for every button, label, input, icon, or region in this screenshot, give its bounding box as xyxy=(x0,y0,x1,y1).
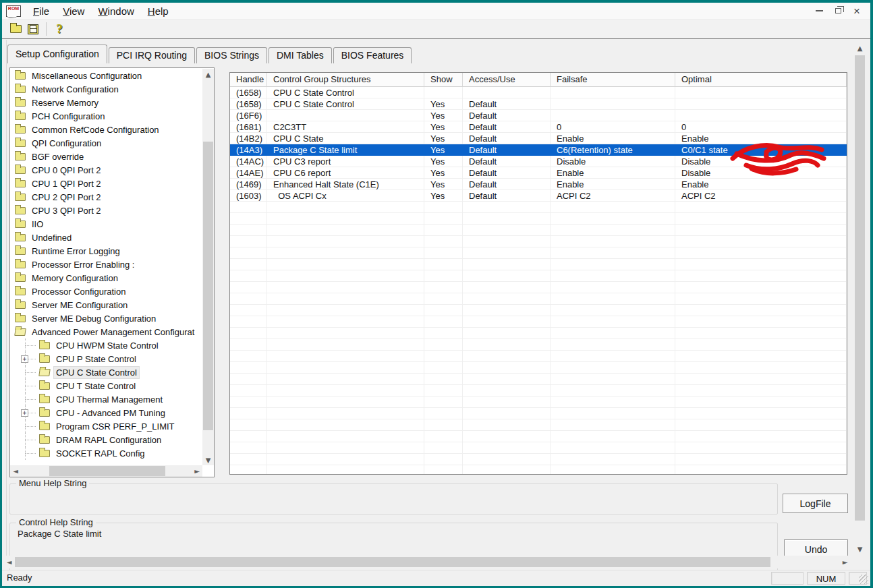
tree-item-cpu-2-qpi-port-2[interactable]: CPU 2 QPI Port 2 xyxy=(10,190,202,204)
tree-item-network-configuration[interactable]: Network Configuration xyxy=(10,82,202,96)
tree-item-cpu-hwpm-state-control[interactable]: CPU HWPM State Control xyxy=(10,339,202,352)
tree-item-server-me-configuration[interactable]: Server ME Configuration xyxy=(10,298,202,312)
main-vertical-scrollbar[interactable]: ▲ ▼ xyxy=(853,41,866,555)
table-row-1658[interactable]: (1658)CPU C State ControlYesDefault xyxy=(230,98,847,110)
tree-scroll-right-icon[interactable]: ► xyxy=(192,465,202,476)
tree-item-label: Server ME Configuration xyxy=(30,299,130,311)
tree-scroll-left-icon[interactable]: ◄ xyxy=(10,465,21,476)
column-header-failsafe[interactable]: Failsafe xyxy=(551,73,675,87)
table-row-1658[interactable]: (1658)CPU C State Control xyxy=(230,87,847,98)
save-file-button[interactable] xyxy=(24,22,42,36)
column-header-access-use[interactable]: Access/Use xyxy=(463,73,551,87)
cell-empty xyxy=(551,339,675,351)
tree-item-label: CPU 2 QPI Port 2 xyxy=(30,192,103,203)
menu-help[interactable]: Help xyxy=(141,4,175,18)
tree-item-label: Runtime Error Logging xyxy=(30,245,122,257)
table-filler-row xyxy=(230,316,847,328)
cell-empty xyxy=(675,259,847,270)
column-header-show[interactable]: Show xyxy=(424,73,463,87)
tree-item-iio[interactable]: IIO xyxy=(10,217,202,231)
tab-bios-features[interactable]: BIOS Features xyxy=(333,47,412,63)
close-button[interactable]: × xyxy=(847,3,866,18)
expand-plus-icon[interactable]: + xyxy=(21,355,28,363)
tree-vscroll-thumb[interactable] xyxy=(203,142,213,430)
tree-item-miscellaneous-configuration[interactable]: Miscellaneous Configuration xyxy=(10,69,202,82)
tree-item-common-refcode-configuration[interactable]: Common RefCode Configuration xyxy=(10,123,202,136)
cell-empty xyxy=(267,247,424,259)
tree-scroll-down-icon[interactable]: ▼ xyxy=(202,454,214,465)
tab-pci-irq-routing[interactable]: PCI IRQ Routing xyxy=(109,47,195,63)
tree-item-pch-configuration[interactable]: PCH Configuration xyxy=(10,109,202,123)
tree-item-reserve-memory[interactable]: Reserve Memory xyxy=(10,96,202,109)
tree-item-cpu-1-qpi-port-2[interactable]: CPU 1 QPI Port 2 xyxy=(10,177,202,190)
column-header-handle[interactable]: Handle xyxy=(230,73,267,87)
tab-dmi-tables[interactable]: DMI Tables xyxy=(269,47,332,63)
table-row-14b2[interactable]: (14B2)CPU C StateYesDefaultEnableEnable xyxy=(230,133,847,144)
main-hscroll-thumb[interactable] xyxy=(15,557,770,567)
cell-empty xyxy=(267,431,424,442)
tree-horizontal-scrollbar[interactable]: ◄ ► xyxy=(10,465,202,477)
tree-item-cpu-3-qpi-port-2[interactable]: CPU 3 QPI Port 2 xyxy=(10,204,202,217)
tree-item-qpi-configuration[interactable]: QPI Configuration xyxy=(10,136,202,150)
cell-empty xyxy=(267,202,424,213)
table-row-1469[interactable]: (1469)Enhanced Halt State (C1E)YesDefaul… xyxy=(230,179,847,190)
tree-item-processor-error-enabling[interactable]: Processor Error Enabling : xyxy=(10,258,202,271)
table-row-14a3[interactable]: (14A3)Package C State limitYesDefaultC6(… xyxy=(230,144,847,156)
table-row-16f6[interactable]: (16F6)YesDefault xyxy=(230,110,847,121)
menu-view[interactable]: View xyxy=(56,4,91,18)
tree-item-undefined[interactable]: Undefined xyxy=(10,231,202,244)
column-header-control-group-structures[interactable]: Control Group Structures xyxy=(267,73,424,87)
tree-item-cpu-p-state-control[interactable]: +CPU P State Control xyxy=(10,352,202,365)
tree-item-server-me-debug-configuration[interactable]: Server ME Debug Configuration xyxy=(10,312,202,325)
tree-item-bgf-override[interactable]: BGF override xyxy=(10,150,202,163)
minimize-button[interactable] xyxy=(810,3,828,18)
tab-setup-configuration[interactable]: Setup Configuration xyxy=(7,45,107,63)
tree-item-cpu-t-state-control[interactable]: CPU T State Control xyxy=(10,379,202,392)
table-filler-row xyxy=(230,225,847,236)
main-scroll-up-icon[interactable]: ▲ xyxy=(853,42,866,54)
menu-file[interactable]: File xyxy=(26,4,56,18)
cell-empty xyxy=(551,408,675,419)
tree-item-advanced-power-management-configurat[interactable]: Advanced Power Management Configurat xyxy=(10,325,202,339)
table-row-1681[interactable]: (1681)C2C3TTYesDefault00 xyxy=(230,121,847,133)
table-row-14ae[interactable]: (14AE)CPU C6 reportYesDefaultEnableDisab… xyxy=(230,167,847,179)
tree-item-memory-configuration[interactable]: Memory Configuration xyxy=(10,271,202,285)
main-scroll-left-icon[interactable]: ◄ xyxy=(3,556,15,568)
tree-item-cpu-c-state-control[interactable]: CPU C State Control xyxy=(10,365,202,379)
logfile-button[interactable]: LogFile xyxy=(783,494,848,513)
tree-item-runtime-error-logging[interactable]: Runtime Error Logging xyxy=(10,244,202,258)
table-filler-row xyxy=(230,270,847,282)
restore-button[interactable] xyxy=(828,3,847,18)
table-filler-row xyxy=(230,465,847,475)
menu-window[interactable]: Window xyxy=(91,4,140,18)
cell-empty xyxy=(267,385,424,396)
tree-item-cpu-0-qpi-port-2[interactable]: CPU 0 QPI Port 2 xyxy=(10,163,202,177)
main-horizontal-scrollbar[interactable]: ◄ ► xyxy=(2,556,852,568)
tree-item-processor-configuration[interactable]: Processor Configuration xyxy=(10,285,202,298)
main-scroll-down-icon[interactable]: ▼ xyxy=(853,543,866,555)
table-row-14ac[interactable]: (14AC)CPU C3 reportYesDefaultDisableDisa… xyxy=(230,156,847,167)
tree-item-socket-rapl-config[interactable]: SOCKET RAPL Config xyxy=(10,446,202,460)
tree-item-cpu-advanced-pm-tuning[interactable]: +CPU - Advanced PM Tuning xyxy=(10,406,202,419)
main-scroll-right-icon[interactable]: ► xyxy=(839,556,851,568)
help-button[interactable]: ? xyxy=(51,22,68,36)
cell-empty xyxy=(675,442,847,454)
cell-empty xyxy=(463,202,551,213)
tree-hscroll-thumb[interactable] xyxy=(49,466,165,476)
tree-scroll-up-icon[interactable]: ▲ xyxy=(202,69,214,80)
cell-empty xyxy=(463,408,551,419)
cell-empty xyxy=(551,213,675,225)
tree-vertical-scrollbar[interactable]: ▲ ▼ xyxy=(202,69,214,465)
open-file-button[interactable] xyxy=(7,22,24,36)
tree-item-label: PCH Configuration xyxy=(30,111,107,122)
cell-show: Yes xyxy=(424,98,463,110)
column-header-optimal[interactable]: Optimal xyxy=(675,73,847,87)
tab-bios-strings[interactable]: BIOS Strings xyxy=(196,47,267,63)
tree-item-dram-rapl-configuration[interactable]: DRAM RAPL Configuration xyxy=(10,433,202,446)
tree-item-program-csr-perf-p-limit[interactable]: Program CSR PERF_P_LIMIT xyxy=(10,419,202,433)
tree-item-cpu-thermal-management[interactable]: CPU Thermal Management xyxy=(10,392,202,406)
expand-plus-icon[interactable]: + xyxy=(21,409,28,417)
table-row-1603[interactable]: (1603) OS ACPI CxYesDefaultACPI C2ACPI C… xyxy=(230,190,847,202)
main-vscroll-thumb[interactable] xyxy=(855,55,865,521)
resize-grip[interactable] xyxy=(859,575,868,584)
